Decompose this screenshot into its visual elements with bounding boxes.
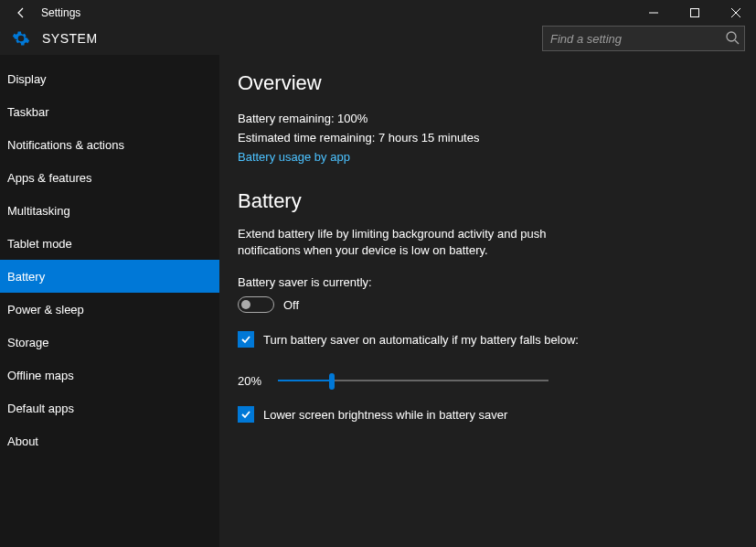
sidebar-item-label: Battery — [7, 270, 45, 284]
sidebar-item-label: Default apps — [7, 402, 74, 415]
battery-saver-toggle[interactable] — [238, 296, 274, 313]
back-button[interactable] — [0, 0, 41, 25]
sidebar-item-label: Apps & features — [7, 171, 92, 185]
estimated-time-text: Estimated time remaining: 7 hours 15 min… — [238, 131, 738, 145]
sidebar-item-label: Tablet mode — [7, 237, 72, 251]
slider-thumb — [329, 373, 335, 390]
sidebar-item-label: Display — [7, 72, 47, 86]
sidebar: DisplayTaskbarNotifications & actionsApp… — [0, 55, 219, 547]
sidebar-item-multitasking[interactable]: Multitasking — [0, 194, 219, 227]
sidebar-item-apps-features[interactable]: Apps & features — [0, 161, 219, 194]
sidebar-item-taskbar[interactable]: Taskbar — [0, 95, 219, 128]
lower-brightness-label: Lower screen brightness while in battery… — [263, 408, 507, 422]
sidebar-item-storage[interactable]: Storage — [0, 326, 219, 359]
threshold-slider[interactable] — [278, 373, 548, 388]
sidebar-item-notifications-actions[interactable]: Notifications & actions — [0, 128, 219, 161]
svg-point-2 — [727, 32, 736, 41]
lower-brightness-checkbox[interactable] — [238, 406, 254, 423]
check-icon — [240, 409, 251, 420]
toggle-knob — [241, 300, 250, 309]
window-title: Settings — [41, 6, 80, 19]
sidebar-item-default-apps[interactable]: Default apps — [0, 391, 219, 424]
sidebar-item-label: Multitasking — [7, 204, 70, 218]
close-button[interactable] — [715, 0, 756, 25]
search-input[interactable] — [542, 26, 745, 51]
sidebar-item-display[interactable]: Display — [0, 62, 219, 95]
sidebar-item-label: Storage — [7, 336, 49, 349]
svg-line-3 — [735, 40, 739, 44]
svg-rect-1 — [690, 8, 698, 16]
saver-state-text: Off — [283, 298, 299, 312]
sidebar-item-battery[interactable]: Battery — [0, 260, 219, 293]
sidebar-item-label: Offline maps — [7, 369, 74, 382]
check-icon — [240, 334, 251, 345]
content-pane: Overview Battery remaining: 100% Estimat… — [219, 55, 756, 547]
gear-icon — [9, 29, 33, 48]
overview-heading: Overview — [238, 71, 738, 95]
search-icon — [725, 30, 740, 45]
maximize-button[interactable] — [674, 0, 715, 25]
saver-status-label: Battery saver is currently: — [238, 275, 738, 289]
sidebar-item-offline-maps[interactable]: Offline maps — [0, 359, 219, 391]
sidebar-item-label: Taskbar — [7, 105, 49, 119]
sidebar-item-tablet-mode[interactable]: Tablet mode — [0, 227, 219, 260]
section-title: SYSTEM — [42, 31, 98, 46]
slider-fill — [278, 380, 332, 381]
battery-heading: Battery — [238, 189, 738, 213]
battery-description: Extend battery life by limiting backgrou… — [238, 226, 548, 259]
header: SYSTEM — [0, 25, 756, 52]
search-wrap — [542, 26, 745, 51]
title-bar: Settings — [0, 0, 756, 25]
sidebar-item-label: Power & sleep — [7, 303, 84, 316]
auto-saver-checkbox[interactable] — [238, 331, 254, 348]
minimize-button[interactable] — [633, 0, 674, 25]
sidebar-item-about[interactable]: About — [0, 424, 219, 457]
sidebar-item-label: Notifications & actions — [7, 138, 124, 152]
battery-remaining-text: Battery remaining: 100% — [238, 112, 738, 125]
battery-usage-link[interactable]: Battery usage by app — [238, 150, 738, 164]
sidebar-item-label: About — [7, 434, 38, 448]
slider-percent-label: 20% — [238, 374, 263, 388]
auto-saver-label: Turn battery saver on automatically if m… — [263, 333, 579, 347]
sidebar-item-power-sleep[interactable]: Power & sleep — [0, 293, 219, 326]
